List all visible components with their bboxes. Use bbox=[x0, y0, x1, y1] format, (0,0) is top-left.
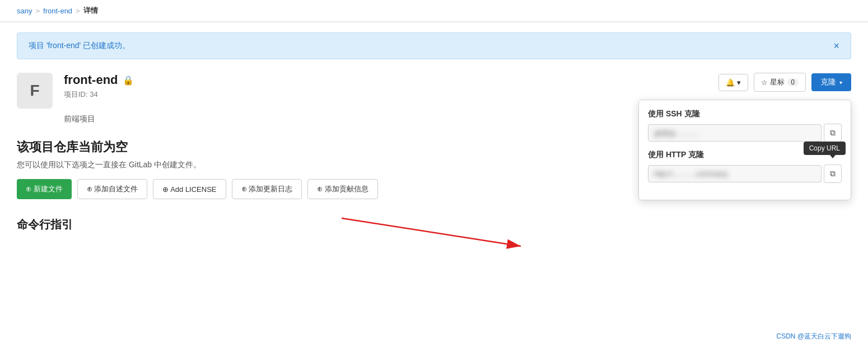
ssh-copy-icon: ⧉ bbox=[830, 128, 836, 137]
new-file-button[interactable]: ⊕ ⊕ 新建文件新建文件 bbox=[17, 179, 72, 199]
star-button[interactable]: ☆ 星标 0 bbox=[754, 73, 806, 92]
star-label: 星标 bbox=[770, 77, 785, 87]
breadcrumb-current: 详情 bbox=[83, 6, 98, 16]
success-banner: 项目 'front-end' 已创建成功。 × bbox=[17, 32, 851, 59]
copy-url-tooltip: Copy URL bbox=[804, 142, 846, 155]
star-count: 0 bbox=[787, 78, 799, 86]
star-icon: ☆ bbox=[761, 78, 768, 87]
project-avatar: F bbox=[17, 73, 53, 109]
ssh-copy-button[interactable]: ⧉ bbox=[824, 124, 842, 142]
add-changelog-button[interactable]: ⊕ 添加更新日志 bbox=[232, 179, 302, 199]
http-input-row: http://............com/sany ⧉ Copy URL bbox=[648, 164, 842, 183]
ssh-url-blurred: git@gl............ bbox=[654, 129, 699, 137]
page-container: sany > front-end > 详情 项目 'front-end' 已创建… bbox=[0, 0, 868, 348]
lock-icon: 🔒 bbox=[123, 75, 134, 86]
ssh-url-input[interactable]: git@gl............ bbox=[648, 124, 822, 142]
watermark: CSDN @蓝天白云下遛狗 bbox=[776, 332, 851, 341]
project-title-row: front-end 🔒 bbox=[64, 73, 134, 87]
clone-chevron-icon: ▾ bbox=[839, 79, 842, 86]
add-readme-button[interactable]: ⊕ 添加自述文件 bbox=[77, 179, 148, 199]
breadcrumb-child[interactable]: front-end bbox=[43, 7, 72, 15]
watermark-text: CSDN @蓝天白云下遛狗 bbox=[776, 332, 851, 340]
breadcrumb-sep1: > bbox=[35, 7, 40, 15]
breadcrumb: sany > front-end > 详情 bbox=[0, 0, 868, 22]
http-url-input[interactable]: http://............com/sany bbox=[648, 165, 822, 182]
command-section: 命令行指引 bbox=[0, 208, 868, 241]
clone-label: 克隆 bbox=[820, 77, 836, 87]
project-id: 项目ID: 34 bbox=[64, 90, 134, 100]
add-contribution-button[interactable]: ⊕ 添加贡献信息 bbox=[307, 179, 378, 199]
project-info: front-end 🔒 项目ID: 34 bbox=[64, 73, 134, 100]
breadcrumb-root[interactable]: sany bbox=[17, 7, 32, 15]
breadcrumb-sep2: > bbox=[76, 7, 80, 15]
notify-button[interactable]: 🔔 ▾ bbox=[718, 74, 748, 91]
http-copy-button[interactable]: ⧉ Copy URL bbox=[824, 164, 842, 183]
clone-dropdown: 使用 SSH 克隆 git@gl............ ⧉ 使用 HTTP 克… bbox=[638, 100, 851, 200]
success-banner-close[interactable]: × bbox=[833, 41, 839, 51]
http-url-blurred: http://............com/sany bbox=[654, 170, 728, 178]
add-license-button[interactable]: ⊕ Add LICENSE bbox=[153, 179, 226, 199]
http-copy-icon: ⧉ bbox=[830, 169, 836, 178]
command-title: 命令行指引 bbox=[17, 217, 851, 232]
notify-icon: 🔔 bbox=[726, 78, 735, 87]
project-header: F front-end 🔒 项目ID: 34 🔔 ▾ ☆ 星标 0 bbox=[0, 59, 868, 114]
ssh-section-title: 使用 SSH 克隆 bbox=[648, 109, 842, 119]
project-header-left: F front-end 🔒 项目ID: 34 bbox=[17, 73, 134, 109]
notify-chevron: ▾ bbox=[737, 78, 741, 87]
clone-button[interactable]: 克隆 ▾ bbox=[811, 73, 851, 91]
header-actions: 🔔 ▾ ☆ 星标 0 克隆 ▾ 使用 SSH 克隆 git@gl........… bbox=[718, 73, 851, 92]
project-name: front-end bbox=[64, 73, 118, 87]
success-banner-text: 项目 'front-end' 已创建成功。 bbox=[29, 41, 130, 51]
ssh-input-row: git@gl............ ⧉ bbox=[648, 124, 842, 142]
